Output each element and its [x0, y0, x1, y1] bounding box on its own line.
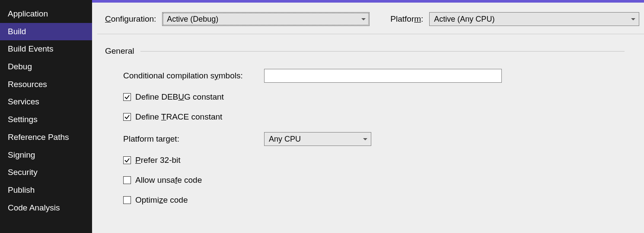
sidebar-item-signing[interactable]: Signing	[0, 146, 92, 164]
platform-target-dropdown[interactable]: Any CPU	[264, 132, 371, 146]
chevron-down-icon	[361, 18, 366, 20]
define-trace-label[interactable]: Define TRACE constant	[135, 112, 222, 122]
allow-unsafe-label[interactable]: Allow unsafe code	[135, 175, 202, 185]
allow-unsafe-checkbox[interactable]	[123, 176, 131, 184]
sidebar-item-build-events[interactable]: Build Events	[0, 40, 92, 58]
configuration-value: Active (Debug)	[167, 15, 218, 24]
section-header: General	[105, 46, 642, 56]
configuration-dropdown[interactable]: Active (Debug)	[162, 12, 370, 26]
prefer-32bit-checkbox[interactable]	[123, 156, 131, 164]
platform-label: Platform:	[390, 14, 423, 24]
sidebar: Application Build Build Events Debug Res…	[0, 0, 92, 233]
sidebar-item-debug[interactable]: Debug	[0, 58, 92, 76]
sidebar-item-resources[interactable]: Resources	[0, 76, 92, 94]
sidebar-item-code-analysis[interactable]: Code Analysis	[0, 199, 92, 217]
optimize-code-checkbox[interactable]	[123, 196, 131, 204]
sidebar-item-build[interactable]: Build	[0, 23, 92, 41]
define-trace-checkbox[interactable]	[123, 113, 131, 121]
sidebar-item-settings[interactable]: Settings	[0, 111, 92, 129]
conditional-symbols-input[interactable]	[264, 69, 502, 83]
chevron-down-icon	[631, 18, 635, 20]
platform-target-value: Any CPU	[269, 135, 301, 144]
prefer-32bit-label[interactable]: Prefer 32-bit	[135, 155, 181, 165]
chevron-down-icon	[363, 138, 367, 140]
define-debug-checkbox[interactable]	[123, 93, 131, 101]
platform-value: Active (Any CPU)	[434, 15, 494, 24]
configuration-label: Configuration:	[105, 14, 156, 24]
sidebar-item-reference-paths[interactable]: Reference Paths	[0, 129, 92, 146]
sidebar-item-publish[interactable]: Publish	[0, 181, 92, 199]
platform-dropdown[interactable]: Active (Any CPU)	[429, 12, 639, 26]
general-section: General Conditional compilation symbols:…	[92, 34, 644, 205]
section-title: General	[105, 46, 134, 56]
conditional-symbols-label: Conditional compilation symbols:	[123, 71, 264, 81]
sidebar-item-services[interactable]: Services	[0, 93, 92, 111]
main-panel: Configuration: Active (Debug) Platform: …	[92, 0, 644, 233]
section-divider	[140, 51, 625, 52]
sidebar-item-security[interactable]: Security	[0, 164, 92, 181]
define-debug-label[interactable]: Define DEBUG constant	[135, 92, 224, 102]
platform-target-label: Platform target:	[123, 134, 264, 144]
optimize-code-label[interactable]: Optimize code	[135, 195, 188, 205]
sidebar-item-application[interactable]: Application	[0, 5, 92, 23]
config-platform-row: Configuration: Active (Debug) Platform: …	[97, 3, 644, 34]
